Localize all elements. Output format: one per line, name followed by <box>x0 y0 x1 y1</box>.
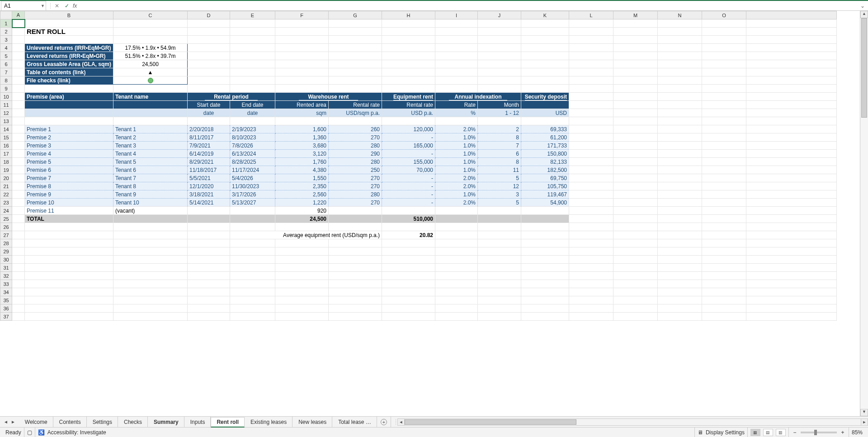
cell[interactable]: 54,900 <box>521 199 569 207</box>
zoom-slider[interactable]: − + <box>788 428 849 437</box>
cell[interactable] <box>746 174 837 182</box>
cell[interactable] <box>569 304 613 313</box>
cell[interactable]: Tenant 2 <box>113 133 188 142</box>
cell[interactable] <box>521 296 569 304</box>
cell[interactable]: 51.5% • 2.8x • 39.7m <box>113 52 188 60</box>
cell[interactable]: 6/13/2024 <box>230 150 275 158</box>
cell[interactable] <box>613 36 658 44</box>
cell[interactable] <box>113 280 188 288</box>
cell[interactable]: 8 <box>478 133 521 142</box>
scroll-thumb[interactable] <box>861 18 867 118</box>
fx-label[interactable]: fx <box>73 3 77 9</box>
cell[interactable]: TOTAL <box>25 215 113 223</box>
cell[interactable]: 11/30/2023 <box>230 182 275 190</box>
macro-record-icon[interactable]: ▢ <box>24 428 35 437</box>
cell[interactable] <box>382 28 435 36</box>
cell[interactable] <box>478 117 521 125</box>
cell[interactable] <box>478 60 521 68</box>
cell[interactable] <box>521 231 569 239</box>
cell[interactable] <box>188 85 230 93</box>
cell[interactable] <box>12 296 25 304</box>
cell[interactable]: 3,120 <box>275 150 329 158</box>
cell[interactable] <box>435 85 478 93</box>
cell[interactable] <box>188 264 230 272</box>
cell[interactable] <box>521 264 569 272</box>
cell[interactable] <box>113 28 188 36</box>
cell[interactable]: date <box>188 109 230 117</box>
cell[interactable] <box>382 207 435 215</box>
cell[interactable]: Tenant 6 <box>113 166 188 174</box>
cell[interactable] <box>12 313 25 321</box>
cell[interactable] <box>746 85 837 93</box>
scroll-track[interactable] <box>860 18 868 409</box>
cell[interactable] <box>569 296 613 304</box>
enter-formula-button[interactable]: ✓ <box>62 3 72 9</box>
cell[interactable] <box>521 207 569 215</box>
cell[interactable] <box>569 215 613 223</box>
cell[interactable]: 1,600 <box>275 125 329 133</box>
cell[interactable]: 2.0% <box>435 174 478 182</box>
cell[interactable] <box>275 60 329 68</box>
cell[interactable] <box>478 19 521 28</box>
select-all-corner[interactable] <box>0 11 12 19</box>
cell[interactable]: - <box>382 182 435 190</box>
cell[interactable] <box>478 215 521 223</box>
cell[interactable]: 260 <box>329 125 382 133</box>
row-header[interactable]: 6 <box>0 60 12 68</box>
cell[interactable]: 510,000 <box>382 215 435 223</box>
column-header[interactable]: N <box>658 11 702 19</box>
cell[interactable] <box>613 313 658 321</box>
name-box-dropdown-icon[interactable]: ▼ <box>41 4 45 8</box>
cell[interactable] <box>702 109 746 117</box>
cell[interactable] <box>275 313 329 321</box>
cell[interactable] <box>12 44 25 52</box>
cell[interactable] <box>658 199 702 207</box>
cell[interactable] <box>12 223 25 231</box>
cell[interactable] <box>746 313 837 321</box>
cell[interactable] <box>478 304 521 313</box>
cell[interactable]: Tenant 7 <box>113 174 188 182</box>
cell[interactable] <box>702 239 746 247</box>
row-header[interactable]: 2 <box>0 28 12 36</box>
cell[interactable] <box>113 19 188 28</box>
cell[interactable] <box>329 296 382 304</box>
cell[interactable]: Month <box>478 101 521 109</box>
cell[interactable] <box>329 76 382 85</box>
cell[interactable]: 1,550 <box>275 174 329 182</box>
cell[interactable]: % <box>435 109 478 117</box>
cell[interactable] <box>702 36 746 44</box>
cell[interactable]: USD/sqm p.a. <box>329 109 382 117</box>
cell[interactable] <box>188 76 230 85</box>
cell[interactable] <box>382 76 435 85</box>
cell[interactable] <box>746 60 837 68</box>
cell[interactable] <box>658 28 702 36</box>
cell[interactable]: USD p.a. <box>382 109 435 117</box>
cell[interactable] <box>188 231 230 239</box>
cell[interactable] <box>569 288 613 296</box>
cell[interactable] <box>746 256 837 264</box>
cell[interactable] <box>12 272 25 280</box>
row-header[interactable]: 21 <box>0 182 12 190</box>
cell[interactable] <box>702 19 746 28</box>
cell[interactable] <box>435 313 478 321</box>
cell[interactable] <box>613 247 658 256</box>
row-header[interactable]: 14 <box>0 125 12 133</box>
cell[interactable]: Security deposit <box>521 93 569 101</box>
cell[interactable] <box>275 264 329 272</box>
cell[interactable] <box>25 296 113 304</box>
cell[interactable] <box>569 239 613 247</box>
row-header[interactable]: 29 <box>0 247 12 256</box>
row-header[interactable]: 12 <box>0 109 12 117</box>
sheet-tab[interactable]: Existing leases <box>245 417 292 427</box>
cell[interactable] <box>613 207 658 215</box>
cell[interactable] <box>113 36 188 44</box>
cell[interactable]: 1.0% <box>435 150 478 158</box>
cell[interactable] <box>702 199 746 207</box>
cell[interactable] <box>435 296 478 304</box>
cell[interactable] <box>12 247 25 256</box>
cell[interactable] <box>702 166 746 174</box>
cell[interactable] <box>382 85 435 93</box>
cell[interactable]: ▲ <box>113 68 188 76</box>
cell[interactable] <box>478 223 521 231</box>
cell[interactable]: Premise 11 <box>25 207 113 215</box>
